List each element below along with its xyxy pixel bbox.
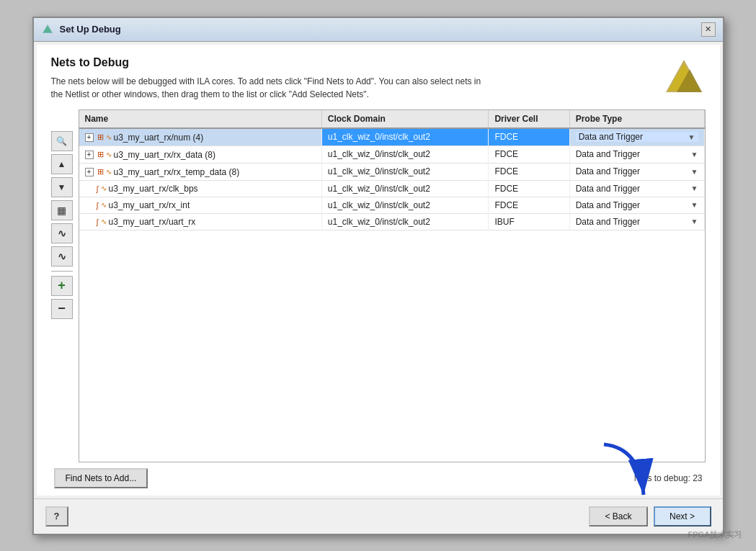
vivado-logo xyxy=(662,56,706,99)
cell-probe-type: Data and Trigger ▼ xyxy=(569,197,704,213)
expand-btn[interactable]: + xyxy=(85,168,94,176)
probe-type-label: Data and Trigger xyxy=(579,132,643,142)
toolbar-separator xyxy=(51,271,73,272)
signal-icon: ∫ xyxy=(97,218,99,226)
table-header-row: Name Clock Domain Driver Cell Probe Type xyxy=(79,110,705,128)
back-button[interactable]: < Back xyxy=(589,506,647,527)
table-row[interactable]: + ⊞ ∿ u3_my_uart_rx/num (4) u1_clk_wiz_0… xyxy=(79,128,705,146)
probe-cell-content: Data and Trigger ▼ xyxy=(576,200,698,210)
remove-button[interactable]: − xyxy=(51,299,73,319)
next-button[interactable]: Next > xyxy=(654,506,711,527)
add-button[interactable]: + xyxy=(51,276,73,296)
cell-driver-cell: IBUF xyxy=(489,213,569,230)
cell-probe-type: Data and Trigger ▼ xyxy=(569,145,704,163)
dropdown-arrow-icon[interactable]: ▼ xyxy=(691,168,698,176)
table-row[interactable]: ∫ ∿ u3_my_uart_rx/uart_rx u1_clk_wiz_0/i… xyxy=(79,213,705,230)
row-icon: ∫ ∿ u3_my_uart_rx/rx_int xyxy=(97,200,190,210)
dialog-footer: ? < Back Next > xyxy=(34,498,723,534)
search-button[interactable]: 🔍 xyxy=(51,131,73,151)
wave-icon: ∿ xyxy=(106,151,112,158)
expand-btn[interactable]: + xyxy=(85,151,94,159)
help-button[interactable]: ? xyxy=(45,506,68,527)
cell-name: ∫ ∿ u3_my_uart_rx/rx_int xyxy=(79,197,322,213)
signal-icon: ∫ xyxy=(97,201,99,210)
col-probe-type: Probe Type xyxy=(569,110,704,128)
row-icon: ∫ ∿ u3_my_uart_rx/clk_bps xyxy=(97,184,198,194)
cell-driver-cell: FDCE xyxy=(489,128,569,146)
nets-count-label: Nets to debug: 23 xyxy=(634,473,703,483)
probe-cell-content: Data and Trigger ▼ xyxy=(576,132,698,142)
cell-clock-domain: u1_clk_wiz_0/inst/clk_out2 xyxy=(321,180,489,197)
cell-driver-cell: FDCE xyxy=(489,180,569,197)
table-row[interactable]: ∫ ∿ u3_my_uart_rx/rx_int u1_clk_wiz_0/in… xyxy=(79,197,705,213)
dropdown-arrow-icon[interactable]: ▼ xyxy=(691,184,698,192)
setup-debug-dialog: Set Up Debug ✕ Nets to Debug The nets be… xyxy=(32,17,724,535)
wave-icon: ∿ xyxy=(106,168,112,176)
expand-btn[interactable]: + xyxy=(85,133,94,142)
move-up-button[interactable]: ▲ xyxy=(51,154,73,174)
cell-name: + ⊞ ∿ u3_my_uart_rx/rx_temp_data (8) xyxy=(79,163,322,180)
probe-type-label: Data and Trigger xyxy=(576,200,640,210)
cell-probe-type: Data and Trigger ▼ xyxy=(569,128,704,146)
wave-icon: ∿ xyxy=(101,201,107,209)
cell-probe-type: Data and Trigger ▼ xyxy=(569,163,704,180)
cell-name: ∫ ∿ u3_my_uart_rx/clk_bps xyxy=(79,180,322,197)
dropdown-arrow-icon[interactable]: ▼ xyxy=(691,218,698,225)
col-driver-cell: Driver Cell xyxy=(489,110,569,128)
signal-icon: ∫ xyxy=(97,184,99,193)
cell-name: + ⊞ ∿ u3_my_uart_rx/num (4) xyxy=(79,128,322,146)
dropdown-arrow-icon[interactable]: ▼ xyxy=(691,151,698,158)
cell-driver-cell: FDCE xyxy=(489,197,569,213)
cell-name: ∫ ∿ u3_my_uart_rx/uart_rx xyxy=(79,213,322,230)
main-area: 🔍 ▲ ▼ ▦ ∿ ∿ + − Name Clock Domain Dri xyxy=(51,109,706,462)
cell-clock-domain: u1_clk_wiz_0/inst/clk_out2 xyxy=(321,128,489,146)
close-button[interactable]: ✕ xyxy=(701,22,716,37)
dropdown-arrow-icon[interactable]: ▼ xyxy=(688,133,695,141)
move-down-button[interactable]: ▼ xyxy=(51,177,73,197)
table-row[interactable]: + ⊞ ∿ u3_my_uart_rx/rx_temp_data (8) u1_… xyxy=(79,163,705,180)
title-bar-left: Set Up Debug xyxy=(41,23,121,36)
table-row[interactable]: ∫ ∿ u3_my_uart_rx/clk_bps u1_clk_wiz_0/i… xyxy=(79,180,705,197)
probe-type-label: Data and Trigger xyxy=(576,184,640,194)
cell-clock-domain: u1_clk_wiz_0/inst/clk_out2 xyxy=(321,197,489,213)
col-name: Name xyxy=(79,110,322,128)
cell-driver-cell: FDCE xyxy=(489,163,569,180)
nets-table: Name Clock Domain Driver Cell Probe Type… xyxy=(79,110,705,230)
probe-type-label: Data and Trigger xyxy=(576,166,640,176)
logo-area xyxy=(662,56,706,99)
row-icon: + ⊞ ∿ u3_my_uart_rx/num (4) xyxy=(85,133,204,143)
dialog-content: Nets to Debug The nets below will be deb… xyxy=(37,45,720,496)
probe-cell-content: Data and Trigger ▼ xyxy=(576,166,698,176)
table-row[interactable]: + ⊞ ∿ u3_my_uart_rx/rx_data (8) u1_clk_w… xyxy=(79,145,705,163)
nets-table-container[interactable]: Name Clock Domain Driver Cell Probe Type… xyxy=(79,109,706,462)
footer-wrapper: ? < Back Next > xyxy=(34,498,723,534)
dropdown-arrow-icon[interactable]: ▼ xyxy=(691,201,698,209)
cell-clock-domain: u1_clk_wiz_0/inst/clk_out2 xyxy=(321,213,489,230)
header-title: Nets to Debug xyxy=(51,56,648,69)
wave-button2[interactable]: ∿ xyxy=(51,246,73,266)
cell-clock-domain: u1_clk_wiz_0/inst/clk_out2 xyxy=(321,145,489,163)
bus-icon: ⊞ xyxy=(97,133,104,142)
wave-icon: ∿ xyxy=(101,218,107,225)
header-description: The nets below will be debugged with ILA… xyxy=(51,75,648,101)
row-icon: + ⊞ ∿ u3_my_uart_rx/rx_temp_data (8) xyxy=(85,167,240,177)
cell-probe-type: Data and Trigger ▼ xyxy=(569,180,704,197)
probe-cell-content: Data and Trigger ▼ xyxy=(576,149,698,159)
wave-button1[interactable]: ∿ xyxy=(51,223,73,243)
header-section: Nets to Debug The nets below will be deb… xyxy=(51,56,706,101)
svg-marker-1 xyxy=(43,26,52,32)
watermark: FPGA技术实习 xyxy=(688,529,742,540)
find-nets-button[interactable]: Find Nets to Add... xyxy=(54,468,148,488)
bottom-bar: Find Nets to Add... Nets to debug: 23 xyxy=(51,462,706,488)
cell-name: + ⊞ ∿ u3_my_uart_rx/rx_data (8) xyxy=(79,145,322,163)
cell-driver-cell: FDCE xyxy=(489,145,569,163)
grid-button[interactable]: ▦ xyxy=(51,200,73,220)
toolbar: 🔍 ▲ ▼ ▦ ∿ ∿ + − xyxy=(51,109,73,462)
wave-icon: ∿ xyxy=(106,133,112,141)
probe-cell-content: Data and Trigger ▼ xyxy=(576,217,698,227)
row-icon: ∫ ∿ u3_my_uart_rx/uart_rx xyxy=(97,217,196,227)
probe-type-label: Data and Trigger xyxy=(576,217,640,227)
footer-right: < Back Next > xyxy=(589,506,711,527)
bus-icon: ⊞ xyxy=(97,167,104,176)
bus-icon: ⊞ xyxy=(97,150,104,159)
